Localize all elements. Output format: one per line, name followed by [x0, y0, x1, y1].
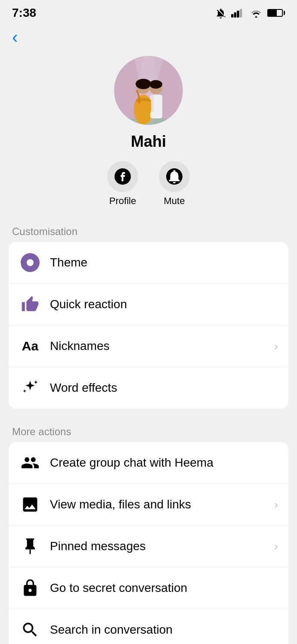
status-icons — [215, 7, 285, 19]
quick-reaction-menu-item[interactable]: Quick reaction — [9, 284, 288, 325]
avatar-image — [114, 56, 183, 125]
wifi-icon — [249, 8, 263, 18]
group-icon — [21, 453, 40, 472]
svg-rect-3 — [240, 9, 242, 18]
bell-icon — [166, 168, 183, 185]
word-effects-icon — [19, 377, 41, 399]
create-group-menu-item[interactable]: Create group chat with Heema — [9, 442, 288, 484]
theme-icon-container — [19, 251, 41, 274]
facebook-icon — [114, 168, 131, 185]
status-bar: 7:38 — [0, 0, 297, 23]
theme-icon — [21, 253, 40, 272]
svg-rect-1 — [234, 12, 236, 18]
create-group-icon — [19, 452, 41, 474]
pinned-messages-label: Pinned messages — [50, 539, 274, 553]
create-group-label: Create group chat with Heema — [50, 456, 278, 470]
nicknames-label: Nicknames — [50, 339, 274, 353]
svg-point-15 — [149, 80, 162, 89]
svg-rect-0 — [231, 14, 233, 18]
image-icon — [21, 495, 40, 514]
word-effects-label: Word effects — [50, 381, 278, 395]
svg-rect-2 — [237, 11, 239, 18]
pinned-messages-icon — [19, 535, 41, 557]
profile-icon-circle — [107, 161, 138, 192]
svg-rect-17 — [151, 95, 154, 112]
view-media-label: View media, files and links — [50, 498, 274, 511]
word-effects-menu-item[interactable]: Word effects — [9, 367, 288, 409]
secret-conversation-label: Go to secret conversation — [50, 581, 278, 595]
profile-action-button[interactable]: Profile — [107, 161, 138, 207]
avatar[interactable] — [114, 56, 183, 125]
profile-section: Mahi Profile Mute — [0, 49, 297, 217]
nicknames-menu-item[interactable]: Aa Nicknames › — [9, 325, 288, 367]
search-conversation-label: Search in conversation — [50, 623, 278, 637]
profile-action-label: Profile — [109, 195, 136, 207]
pinned-messages-chevron-icon: › — [274, 540, 278, 553]
nicknames-chevron-icon: › — [274, 340, 278, 353]
theme-menu-item[interactable]: Theme — [9, 242, 288, 284]
lock-icon — [21, 579, 40, 598]
search-conversation-icon — [19, 619, 41, 641]
profile-name: Mahi — [131, 133, 166, 151]
secret-conversation-menu-item[interactable]: Go to secret conversation — [9, 567, 288, 609]
more-actions-section-label: More actions — [0, 417, 297, 442]
theme-label: Theme — [50, 256, 278, 269]
thumbs-up-icon — [21, 295, 39, 313]
back-button-container: ‹ — [0, 23, 297, 49]
customisation-card: Theme Quick reaction Aa Nicknames › Word… — [9, 242, 288, 409]
signal-icon — [231, 8, 245, 18]
svg-point-12 — [136, 79, 151, 89]
view-media-icon — [19, 493, 41, 516]
pinned-messages-menu-item[interactable]: Pinned messages › — [9, 526, 288, 567]
quick-reaction-icon — [19, 293, 41, 316]
pin-icon — [21, 537, 40, 556]
customisation-section-label: Customisation — [0, 217, 297, 242]
mute-action-label: Mute — [164, 195, 185, 207]
theme-icon-inner — [27, 259, 34, 266]
mute-icon — [215, 7, 227, 19]
search-conversation-menu-item[interactable]: Search in conversation — [9, 609, 288, 644]
quick-reaction-label: Quick reaction — [50, 297, 278, 311]
battery-icon — [267, 9, 285, 17]
status-time: 7:38 — [12, 6, 36, 20]
nicknames-icon: Aa — [19, 335, 41, 357]
search-icon — [21, 620, 40, 639]
more-actions-card: Create group chat with Heema View media,… — [9, 442, 288, 644]
mute-action-button[interactable]: Mute — [159, 161, 190, 207]
secret-conversation-icon — [19, 577, 41, 599]
sparkle-icon — [21, 378, 40, 397]
view-media-menu-item[interactable]: View media, files and links › — [9, 484, 288, 526]
back-arrow-icon[interactable]: ‹ — [12, 28, 18, 46]
action-buttons: Profile Mute — [107, 161, 190, 207]
nicknames-aa-text: Aa — [22, 339, 38, 353]
view-media-chevron-icon: › — [274, 498, 278, 511]
mute-icon-circle — [159, 161, 190, 192]
